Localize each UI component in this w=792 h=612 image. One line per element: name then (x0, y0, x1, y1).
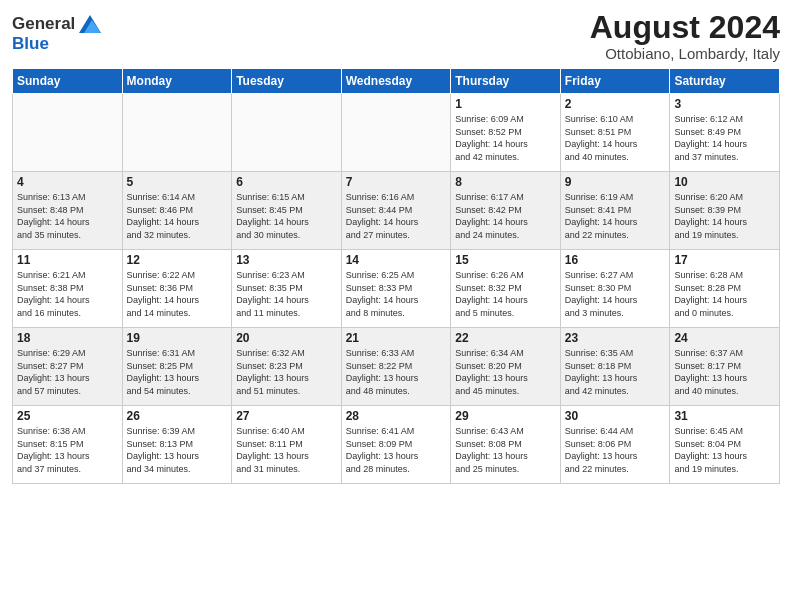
day-header-wednesday: Wednesday (341, 69, 451, 94)
calendar-cell: 1Sunrise: 6:09 AM Sunset: 8:52 PM Daylig… (451, 94, 561, 172)
title-area: August 2024 Ottobiano, Lombardy, Italy (590, 10, 780, 62)
day-number: 19 (127, 331, 228, 345)
day-info: Sunrise: 6:27 AM Sunset: 8:30 PM Dayligh… (565, 269, 666, 319)
day-info: Sunrise: 6:33 AM Sunset: 8:22 PM Dayligh… (346, 347, 447, 397)
calendar-cell: 15Sunrise: 6:26 AM Sunset: 8:32 PM Dayli… (451, 250, 561, 328)
calendar-cell (122, 94, 232, 172)
day-info: Sunrise: 6:13 AM Sunset: 8:48 PM Dayligh… (17, 191, 118, 241)
calendar-cell (341, 94, 451, 172)
location-title: Ottobiano, Lombardy, Italy (590, 45, 780, 62)
day-header-sunday: Sunday (13, 69, 123, 94)
day-info: Sunrise: 6:38 AM Sunset: 8:15 PM Dayligh… (17, 425, 118, 475)
calendar-cell: 20Sunrise: 6:32 AM Sunset: 8:23 PM Dayli… (232, 328, 342, 406)
day-number: 31 (674, 409, 775, 423)
calendar-cell: 26Sunrise: 6:39 AM Sunset: 8:13 PM Dayli… (122, 406, 232, 484)
day-info: Sunrise: 6:34 AM Sunset: 8:20 PM Dayligh… (455, 347, 556, 397)
calendar-cell: 6Sunrise: 6:15 AM Sunset: 8:45 PM Daylig… (232, 172, 342, 250)
day-info: Sunrise: 6:17 AM Sunset: 8:42 PM Dayligh… (455, 191, 556, 241)
day-number: 12 (127, 253, 228, 267)
day-info: Sunrise: 6:40 AM Sunset: 8:11 PM Dayligh… (236, 425, 337, 475)
day-info: Sunrise: 6:25 AM Sunset: 8:33 PM Dayligh… (346, 269, 447, 319)
day-info: Sunrise: 6:16 AM Sunset: 8:44 PM Dayligh… (346, 191, 447, 241)
day-number: 21 (346, 331, 447, 345)
calendar-cell: 19Sunrise: 6:31 AM Sunset: 8:25 PM Dayli… (122, 328, 232, 406)
month-title: August 2024 (590, 10, 780, 45)
calendar-cell: 29Sunrise: 6:43 AM Sunset: 8:08 PM Dayli… (451, 406, 561, 484)
calendar-cell: 9Sunrise: 6:19 AM Sunset: 8:41 PM Daylig… (560, 172, 670, 250)
day-number: 23 (565, 331, 666, 345)
day-header-tuesday: Tuesday (232, 69, 342, 94)
day-number: 4 (17, 175, 118, 189)
day-number: 27 (236, 409, 337, 423)
day-info: Sunrise: 6:26 AM Sunset: 8:32 PM Dayligh… (455, 269, 556, 319)
day-info: Sunrise: 6:14 AM Sunset: 8:46 PM Dayligh… (127, 191, 228, 241)
logo: General Blue (12, 10, 101, 54)
header-row: SundayMondayTuesdayWednesdayThursdayFrid… (13, 69, 780, 94)
day-number: 6 (236, 175, 337, 189)
week-row-4: 18Sunrise: 6:29 AM Sunset: 8:27 PM Dayli… (13, 328, 780, 406)
day-header-saturday: Saturday (670, 69, 780, 94)
day-number: 1 (455, 97, 556, 111)
day-info: Sunrise: 6:21 AM Sunset: 8:38 PM Dayligh… (17, 269, 118, 319)
calendar-cell: 8Sunrise: 6:17 AM Sunset: 8:42 PM Daylig… (451, 172, 561, 250)
day-info: Sunrise: 6:10 AM Sunset: 8:51 PM Dayligh… (565, 113, 666, 163)
day-info: Sunrise: 6:41 AM Sunset: 8:09 PM Dayligh… (346, 425, 447, 475)
calendar-table: SundayMondayTuesdayWednesdayThursdayFrid… (12, 68, 780, 484)
logo-blue-text: Blue (12, 34, 49, 53)
day-number: 5 (127, 175, 228, 189)
day-number: 29 (455, 409, 556, 423)
day-info: Sunrise: 6:23 AM Sunset: 8:35 PM Dayligh… (236, 269, 337, 319)
day-number: 24 (674, 331, 775, 345)
page-container: General Blue August 2024 Ottobiano, Lomb… (0, 0, 792, 494)
day-number: 17 (674, 253, 775, 267)
calendar-cell: 23Sunrise: 6:35 AM Sunset: 8:18 PM Dayli… (560, 328, 670, 406)
calendar-cell: 11Sunrise: 6:21 AM Sunset: 8:38 PM Dayli… (13, 250, 123, 328)
day-number: 8 (455, 175, 556, 189)
day-number: 28 (346, 409, 447, 423)
calendar-cell: 3Sunrise: 6:12 AM Sunset: 8:49 PM Daylig… (670, 94, 780, 172)
day-number: 22 (455, 331, 556, 345)
header: General Blue August 2024 Ottobiano, Lomb… (12, 10, 780, 62)
day-number: 2 (565, 97, 666, 111)
day-info: Sunrise: 6:15 AM Sunset: 8:45 PM Dayligh… (236, 191, 337, 241)
calendar-cell: 14Sunrise: 6:25 AM Sunset: 8:33 PM Dayli… (341, 250, 451, 328)
day-number: 7 (346, 175, 447, 189)
calendar-cell: 10Sunrise: 6:20 AM Sunset: 8:39 PM Dayli… (670, 172, 780, 250)
week-row-1: 1Sunrise: 6:09 AM Sunset: 8:52 PM Daylig… (13, 94, 780, 172)
calendar-cell: 4Sunrise: 6:13 AM Sunset: 8:48 PM Daylig… (13, 172, 123, 250)
calendar-cell: 18Sunrise: 6:29 AM Sunset: 8:27 PM Dayli… (13, 328, 123, 406)
calendar-cell: 25Sunrise: 6:38 AM Sunset: 8:15 PM Dayli… (13, 406, 123, 484)
day-number: 20 (236, 331, 337, 345)
logo-general-text: General (12, 14, 75, 34)
day-number: 16 (565, 253, 666, 267)
day-number: 13 (236, 253, 337, 267)
day-header-monday: Monday (122, 69, 232, 94)
day-info: Sunrise: 6:37 AM Sunset: 8:17 PM Dayligh… (674, 347, 775, 397)
calendar-cell: 28Sunrise: 6:41 AM Sunset: 8:09 PM Dayli… (341, 406, 451, 484)
day-number: 25 (17, 409, 118, 423)
calendar-cell: 17Sunrise: 6:28 AM Sunset: 8:28 PM Dayli… (670, 250, 780, 328)
calendar-cell: 24Sunrise: 6:37 AM Sunset: 8:17 PM Dayli… (670, 328, 780, 406)
day-info: Sunrise: 6:43 AM Sunset: 8:08 PM Dayligh… (455, 425, 556, 475)
day-info: Sunrise: 6:20 AM Sunset: 8:39 PM Dayligh… (674, 191, 775, 241)
calendar-cell: 22Sunrise: 6:34 AM Sunset: 8:20 PM Dayli… (451, 328, 561, 406)
calendar-cell: 21Sunrise: 6:33 AM Sunset: 8:22 PM Dayli… (341, 328, 451, 406)
day-info: Sunrise: 6:19 AM Sunset: 8:41 PM Dayligh… (565, 191, 666, 241)
day-number: 11 (17, 253, 118, 267)
week-row-3: 11Sunrise: 6:21 AM Sunset: 8:38 PM Dayli… (13, 250, 780, 328)
logo-icon (79, 15, 101, 33)
calendar-cell: 27Sunrise: 6:40 AM Sunset: 8:11 PM Dayli… (232, 406, 342, 484)
calendar-cell: 16Sunrise: 6:27 AM Sunset: 8:30 PM Dayli… (560, 250, 670, 328)
day-info: Sunrise: 6:09 AM Sunset: 8:52 PM Dayligh… (455, 113, 556, 163)
calendar-cell (13, 94, 123, 172)
calendar-cell: 12Sunrise: 6:22 AM Sunset: 8:36 PM Dayli… (122, 250, 232, 328)
calendar-cell: 2Sunrise: 6:10 AM Sunset: 8:51 PM Daylig… (560, 94, 670, 172)
calendar-cell: 13Sunrise: 6:23 AM Sunset: 8:35 PM Dayli… (232, 250, 342, 328)
day-info: Sunrise: 6:29 AM Sunset: 8:27 PM Dayligh… (17, 347, 118, 397)
day-number: 18 (17, 331, 118, 345)
day-info: Sunrise: 6:28 AM Sunset: 8:28 PM Dayligh… (674, 269, 775, 319)
day-info: Sunrise: 6:22 AM Sunset: 8:36 PM Dayligh… (127, 269, 228, 319)
day-info: Sunrise: 6:44 AM Sunset: 8:06 PM Dayligh… (565, 425, 666, 475)
calendar-cell: 5Sunrise: 6:14 AM Sunset: 8:46 PM Daylig… (122, 172, 232, 250)
day-number: 15 (455, 253, 556, 267)
